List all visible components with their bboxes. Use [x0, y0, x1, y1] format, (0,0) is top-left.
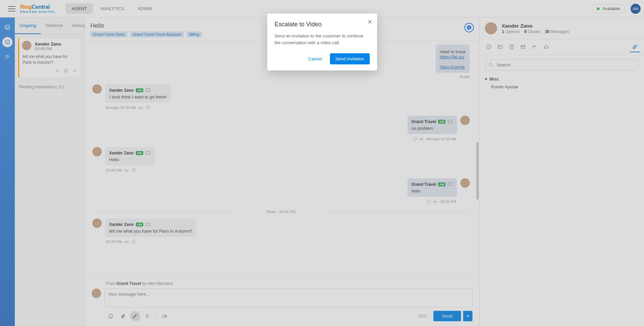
send-invitation-button[interactable]: Send invitation	[330, 53, 369, 64]
cancel-button[interactable]: Cancel	[304, 53, 327, 64]
modal-overlay[interactable]: ✕ Escalate to Video Send an invitation t…	[0, 0, 644, 326]
escalate-modal: ✕ Escalate to Video Send an invitation t…	[267, 13, 377, 70]
modal-body: Send an invitation to the customer to co…	[275, 33, 370, 46]
modal-title: Escalate to Video	[275, 21, 370, 28]
close-icon[interactable]: ✕	[367, 18, 372, 26]
